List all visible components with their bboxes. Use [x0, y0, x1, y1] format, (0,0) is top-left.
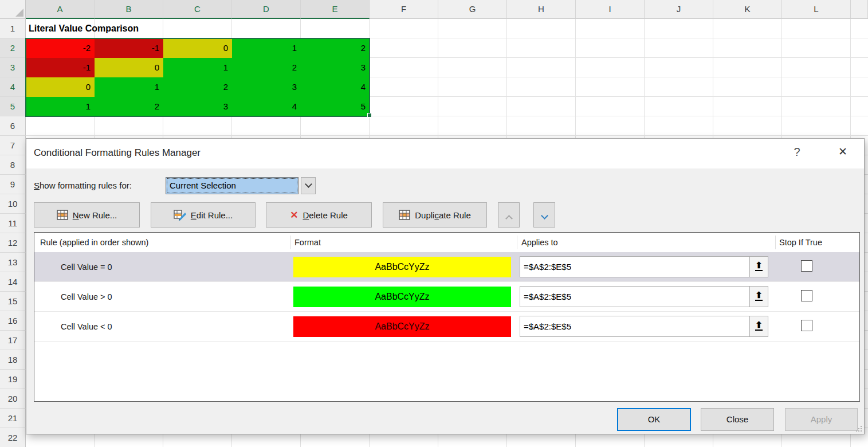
- cell-C2[interactable]: 0: [163, 38, 232, 58]
- row-header-15[interactable]: 15: [0, 292, 26, 311]
- delete-x-icon: ✕: [290, 209, 298, 221]
- row-header-21[interactable]: 21: [0, 409, 26, 428]
- cell-D4[interactable]: 3: [232, 77, 301, 97]
- row-header-9[interactable]: 9: [0, 175, 26, 194]
- row-header-22[interactable]: 22: [0, 428, 26, 447]
- row-header-17[interactable]: 17: [0, 331, 26, 350]
- row-header-12[interactable]: 12: [0, 233, 26, 253]
- format-preview-swatch: AaBbCcYyZz: [293, 257, 511, 277]
- formatted-range[interactable]: -2-1012-101230123412345: [26, 38, 370, 116]
- stop-if-true-checkbox[interactable]: [801, 290, 812, 301]
- new-rule-button[interactable]: New Rule...: [34, 202, 140, 228]
- cell-A2[interactable]: -2: [26, 38, 95, 58]
- move-rule-down-button[interactable]: [533, 202, 555, 228]
- close-button[interactable]: Close: [701, 408, 774, 431]
- column-header-A[interactable]: A: [26, 0, 95, 19]
- collapse-range-button[interactable]: ⬆: [749, 257, 768, 277]
- applies-to-input[interactable]: [520, 257, 749, 277]
- cell-a1-title[interactable]: Literal Value Comparison: [29, 19, 139, 38]
- row-header-18[interactable]: 18: [0, 350, 26, 370]
- column-header-D[interactable]: D: [232, 0, 301, 19]
- applies-to-input[interactable]: [520, 287, 749, 307]
- row-header-13[interactable]: 13: [0, 253, 26, 272]
- apply-button[interactable]: Apply: [785, 408, 858, 431]
- format-preview-swatch: AaBbCcYyZz: [293, 316, 511, 337]
- row-header-14[interactable]: 14: [0, 272, 26, 292]
- row-header-6[interactable]: 6: [0, 116, 26, 136]
- rule-row-1[interactable]: Cell Value = 0AaBbCcYyZz⬆: [34, 252, 859, 282]
- cell-E2[interactable]: 2: [301, 38, 370, 58]
- rule-condition: Cell Value = 0: [61, 252, 112, 282]
- cell-D3[interactable]: 2: [232, 58, 301, 77]
- column-header-E[interactable]: E: [301, 0, 370, 19]
- new-rule-grid-icon: [57, 210, 68, 220]
- cell-C3[interactable]: 1: [163, 58, 232, 77]
- rules-list-header: Rule (applied in order shown) Format App…: [34, 233, 859, 252]
- column-header-G[interactable]: G: [438, 0, 507, 19]
- cell-C5[interactable]: 3: [163, 97, 232, 116]
- format-preview-swatch: AaBbCcYyZz: [293, 287, 511, 307]
- row-header-8[interactable]: 8: [0, 155, 26, 175]
- fill-handle[interactable]: [367, 113, 372, 117]
- cell-D5[interactable]: 4: [232, 97, 301, 116]
- cell-B4[interactable]: 1: [95, 77, 163, 97]
- dialog-title: Conditional Formatting Rules Manager: [34, 147, 201, 159]
- column-header-B[interactable]: B: [95, 0, 163, 19]
- rule-condition: Cell Value > 0: [61, 282, 112, 312]
- row-header-11[interactable]: 11: [0, 214, 26, 233]
- help-icon[interactable]: ?: [788, 146, 806, 162]
- stop-if-true-checkbox[interactable]: [801, 320, 812, 331]
- column-header-H[interactable]: H: [507, 0, 576, 19]
- cell-A5[interactable]: 1: [26, 97, 95, 116]
- column-header-K[interactable]: K: [713, 0, 782, 19]
- row-header-3[interactable]: 3: [0, 58, 26, 77]
- row-header-1[interactable]: 1: [0, 19, 26, 38]
- move-rule-up-button[interactable]: [498, 202, 520, 228]
- applies-to-input[interactable]: [520, 316, 749, 336]
- scope-dropdown-arrow-button[interactable]: [301, 177, 316, 194]
- applies-to-field: ⬆: [520, 316, 768, 337]
- resize-grip[interactable]: [856, 426, 862, 432]
- cell-D2[interactable]: 1: [232, 38, 301, 58]
- stop-if-true-checkbox[interactable]: [801, 260, 812, 272]
- row-header-2[interactable]: 2: [0, 38, 26, 58]
- collapse-range-button[interactable]: ⬆: [749, 287, 768, 307]
- scope-dropdown[interactable]: Current Selection: [166, 177, 299, 194]
- duplicate-rule-label: Duplicate Rule: [415, 210, 471, 220]
- ok-button[interactable]: OK: [617, 408, 691, 431]
- close-icon[interactable]: ✕: [833, 145, 853, 162]
- cell-E4[interactable]: 4: [301, 77, 370, 97]
- cell-A4[interactable]: 0: [26, 77, 95, 97]
- cell-E5[interactable]: 5: [301, 97, 370, 116]
- column-header-J[interactable]: J: [645, 0, 713, 19]
- chevron-up-icon: [505, 215, 513, 222]
- row-header-5[interactable]: 5: [0, 97, 26, 116]
- rule-condition: Cell Value < 0: [61, 312, 112, 342]
- cell-B5[interactable]: 2: [95, 97, 163, 116]
- row-header-10[interactable]: 10: [0, 194, 26, 214]
- column-header-I[interactable]: I: [576, 0, 645, 19]
- rule-row-2[interactable]: Cell Value > 0AaBbCcYyZz⬆: [34, 282, 859, 312]
- row-header-4[interactable]: 4: [0, 77, 26, 97]
- cell-C4[interactable]: 2: [163, 77, 232, 97]
- row-header-20[interactable]: 20: [0, 389, 26, 409]
- duplicate-rule-button[interactable]: Duplicate Rule: [383, 202, 487, 228]
- row-header-16[interactable]: 16: [0, 311, 26, 331]
- cell-B2[interactable]: -1: [95, 38, 163, 58]
- collapse-range-button[interactable]: ⬆: [749, 316, 768, 336]
- rule-row-3[interactable]: Cell Value < 0AaBbCcYyZz⬆: [34, 312, 859, 342]
- cell-B3[interactable]: 0: [95, 58, 163, 77]
- cell-E3[interactable]: 3: [301, 58, 370, 77]
- edit-rule-button[interactable]: Edit Rule...: [151, 202, 256, 228]
- row-header-7[interactable]: 7: [0, 136, 26, 155]
- cell-A3[interactable]: -1: [26, 58, 95, 77]
- column-header-C[interactable]: C: [163, 0, 232, 19]
- dialog-titlebar[interactable]: Conditional Formatting Rules Manager ? ✕: [26, 139, 864, 168]
- delete-rule-button[interactable]: ✕ Delete Rule: [266, 202, 372, 228]
- column-header-L[interactable]: L: [782, 0, 851, 19]
- conditional-formatting-rules-manager-dialog: Conditional Formatting Rules Manager ? ✕…: [26, 138, 865, 434]
- show-formatting-rules-label: Show formatting rules for:: [34, 181, 132, 190]
- select-all-corner[interactable]: [0, 0, 26, 19]
- row-header-19[interactable]: 19: [0, 370, 26, 389]
- column-header-F[interactable]: F: [370, 0, 438, 19]
